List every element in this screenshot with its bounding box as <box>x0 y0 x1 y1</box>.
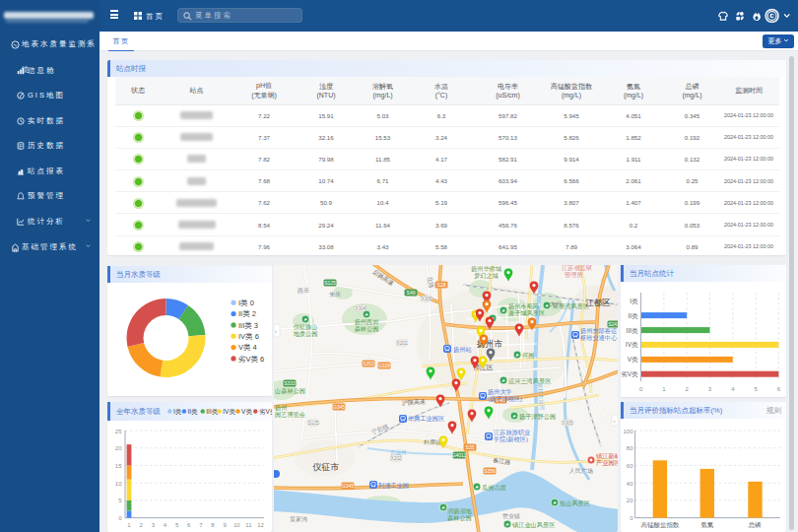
svg-text:12: 12 <box>257 522 264 528</box>
svg-text:0: 0 <box>118 515 122 521</box>
svg-text:高锰酸盐指数: 高锰酸盐指数 <box>641 521 681 529</box>
svg-text:20: 20 <box>115 445 122 451</box>
svg-text:5: 5 <box>175 522 179 528</box>
svg-text:仪征市: 仪征市 <box>312 462 340 472</box>
svg-text:5: 5 <box>118 498 122 503</box>
svg-text:9: 9 <box>223 522 227 528</box>
svg-text:II类 2: II类 2 <box>238 309 256 318</box>
svg-text:运河三湾风景区: 运河三湾风景区 <box>508 377 551 385</box>
svg-text:III类: III类 <box>206 408 218 415</box>
svg-text:4: 4 <box>731 386 735 392</box>
svg-text:II类: II类 <box>188 408 199 415</box>
svg-text:V类 4: V类 4 <box>238 343 257 352</box>
svg-text:6: 6 <box>187 522 191 528</box>
svg-text:6: 6 <box>777 386 781 392</box>
svg-text:朱庄: 朱庄 <box>329 291 341 298</box>
svg-text:学院(新校区): 学院(新校区) <box>494 435 528 443</box>
svg-text:100: 100 <box>623 429 633 434</box>
svg-text:(扬子津校区): (扬子津校区) <box>488 395 522 403</box>
svg-text:大圩: 大圩 <box>550 300 562 307</box>
svg-text:地质公园: 地质公园 <box>294 330 318 338</box>
svg-text:梦幻之城: 梦幻之城 <box>474 272 499 280</box>
svg-text:IV类: IV类 <box>626 341 638 348</box>
svg-text:›: › <box>614 418 616 424</box>
svg-text:唐子城风景区: 唐子城风景区 <box>508 309 545 317</box>
svg-text:劣V类: 劣V类 <box>621 370 638 378</box>
svg-text:劣V类 6: 劣V类 6 <box>238 355 264 364</box>
svg-text:镇江金山风景区: 镇江金山风景区 <box>511 521 555 529</box>
svg-text:4: 4 <box>164 522 167 528</box>
svg-text:朴席镇: 朴席镇 <box>423 438 441 445</box>
svg-text:I类: I类 <box>630 298 638 304</box>
svg-text:V类: V类 <box>628 356 638 363</box>
svg-text:IV类: IV类 <box>223 408 235 415</box>
svg-text:IV类 6: IV类 6 <box>238 332 259 341</box>
svg-text:总磷: 总磷 <box>748 521 763 528</box>
svg-text:何园: 何园 <box>522 352 534 360</box>
svg-text:0: 0 <box>630 515 633 521</box>
svg-text:扬州站: 扬州站 <box>453 346 472 354</box>
svg-text:5: 5 <box>754 386 758 392</box>
svg-text:3: 3 <box>708 386 712 392</box>
svg-text:III类: III类 <box>627 327 638 334</box>
svg-text:世业镇: 世业镇 <box>502 513 520 519</box>
svg-text:劣V类: 劣V类 <box>259 408 272 416</box>
svg-text:I类: I类 <box>173 408 182 415</box>
svg-text:华腾工业园区: 华腾工业园区 <box>408 415 444 423</box>
svg-text:1: 1 <box>662 386 666 392</box>
svg-text:II类: II类 <box>628 312 638 319</box>
svg-text:1: 1 <box>127 522 131 528</box>
svg-text:80: 80 <box>627 445 633 451</box>
svg-text:15: 15 <box>115 463 122 469</box>
svg-text:10: 10 <box>233 522 240 528</box>
svg-text:8: 8 <box>211 522 215 528</box>
svg-text:25: 25 <box>115 429 122 434</box>
svg-text:笪家沟: 笪家沟 <box>290 515 307 523</box>
svg-text:西庄: 西庄 <box>298 287 309 295</box>
svg-text:2: 2 <box>139 522 143 528</box>
svg-text:11: 11 <box>245 522 252 528</box>
svg-text:V类: V类 <box>241 408 252 415</box>
svg-text:‹: ‹ <box>275 328 277 334</box>
svg-text:山森林公园: 山森林公园 <box>275 387 305 395</box>
svg-text:森林公园: 森林公园 <box>355 325 379 333</box>
svg-text:2: 2 <box>686 386 690 392</box>
svg-text:I类 0: I类 0 <box>238 299 254 307</box>
svg-text:7: 7 <box>199 522 203 528</box>
svg-text:产业园区: 产业园区 <box>596 459 618 467</box>
svg-text:40: 40 <box>627 481 633 487</box>
svg-text:III类 3: III类 3 <box>238 321 258 330</box>
svg-text:利浦工业园: 利浦工业园 <box>377 482 409 490</box>
svg-text:扬子津野公园: 扬子津野公园 <box>519 413 556 421</box>
svg-text:10: 10 <box>115 481 122 487</box>
svg-text:园艺博览会: 园艺博览会 <box>275 411 305 419</box>
svg-text:氨氮: 氨氮 <box>701 521 715 528</box>
svg-text:瓜洲古渡: 瓜洲古渡 <box>482 484 506 492</box>
svg-text:焦山风景区: 焦山风景区 <box>560 499 590 507</box>
svg-text:森林公园: 森林公园 <box>447 514 472 522</box>
svg-text:人民广场: 人民广场 <box>568 468 593 475</box>
svg-text:0: 0 <box>639 386 643 392</box>
svg-text:管理所: 管理所 <box>565 271 583 279</box>
svg-text:60: 60 <box>627 463 633 469</box>
svg-text:20: 20 <box>627 498 633 503</box>
svg-text:3: 3 <box>152 522 156 528</box>
svg-text:江都区: 江都区 <box>585 298 611 307</box>
svg-text:枢纽交通中心: 枢纽交通中心 <box>580 334 618 341</box>
